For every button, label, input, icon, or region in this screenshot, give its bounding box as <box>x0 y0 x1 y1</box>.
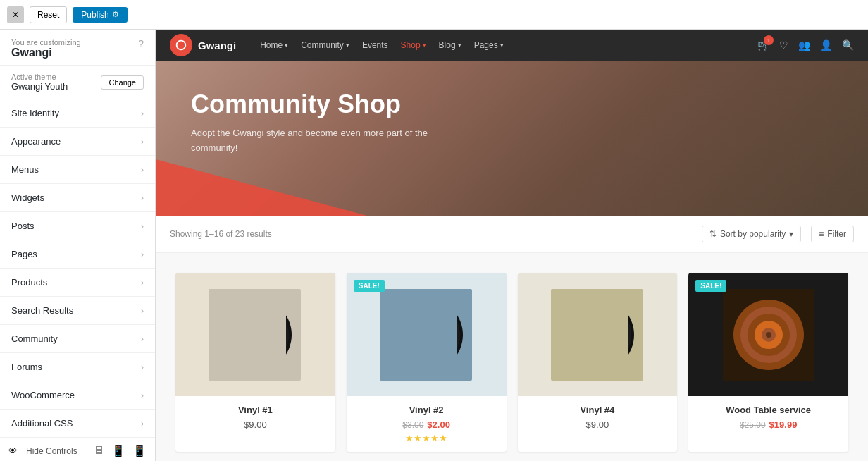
nav-link-home[interactable]: Home▾ <box>260 40 288 50</box>
help-icon[interactable]: ? <box>138 38 144 49</box>
chevron-right-icon: › <box>141 193 144 203</box>
cart-badge: 1 <box>764 35 774 45</box>
star-rating: ★★★★★ <box>356 433 497 443</box>
product-image <box>175 273 335 396</box>
hide-controls-button[interactable]: Hide Controls <box>26 446 78 456</box>
product-new-price: $2.00 <box>427 419 450 430</box>
filter-icon: ≡ <box>819 229 824 239</box>
nav-links: Home▾Community▾EventsShop▾Blog▾Pages▾ <box>260 40 503 50</box>
nav-item-label: Posts <box>11 221 35 231</box>
user-icon[interactable]: 👤 <box>820 39 832 51</box>
device-icons: 🖥 📱 📱 <box>93 444 147 457</box>
chevron-down-icon: ▾ <box>789 229 793 239</box>
chevron-right-icon: › <box>141 109 144 118</box>
customizer-sidebar: ? You are customizing Gwangi Active them… <box>0 30 156 461</box>
theme-info: Active theme Gwangi Youth <box>11 73 68 92</box>
nav-item-label: Additional CSS <box>11 418 73 429</box>
nav-link-events[interactable]: Events <box>362 40 388 50</box>
nav-item-label: Menus <box>11 164 39 175</box>
admin-bar: ✕ Reset Publish ⚙ <box>0 0 868 30</box>
filter-label: Filter <box>827 229 846 239</box>
product-image: SALE! <box>688 273 848 396</box>
publish-button[interactable]: Publish ⚙ <box>73 7 127 23</box>
product-info: Wood Table service $25.00$19.99 <box>688 396 848 438</box>
product-grid: Vinyl #1 $9.00 SALE! Vinyl #2 $3.00$2.00… <box>156 253 868 461</box>
sidebar-item-widgets[interactable]: Widgets› <box>0 184 155 212</box>
site-nav: Gwangi Home▾Community▾EventsShop▾Blog▾Pa… <box>156 30 868 61</box>
mobile-icon[interactable]: 📱 <box>132 444 147 457</box>
svg-point-30 <box>766 332 771 338</box>
nav-link-pages[interactable]: Pages▾ <box>474 40 504 50</box>
nav-item-label: Pages <box>11 249 37 259</box>
product-old-price: $25.00 <box>740 420 766 430</box>
nav-item-label: Community <box>11 333 58 344</box>
hero-section: Community Shop Adopt the Gwangi style an… <box>156 61 868 216</box>
nav-items: Site Identity›Appearance›Menus›Widgets›P… <box>0 99 155 438</box>
toolbar-right: ⇅ Sort by popularity ▾ ≡ Filter <box>702 226 854 242</box>
sidebar-item-woocommerce[interactable]: WooCommerce› <box>0 381 155 410</box>
product-name: Wood Table service <box>698 405 838 415</box>
wishlist-icon[interactable]: ♡ <box>779 39 788 51</box>
sort-arrows-icon: ⇅ <box>709 229 717 239</box>
nav-link-community[interactable]: Community▾ <box>301 40 349 50</box>
tablet-icon[interactable]: 📱 <box>111 444 125 457</box>
product-new-price: $19.99 <box>769 419 798 430</box>
product-card[interactable]: SALE! Wood Table service $25.00$19.99 <box>688 273 848 452</box>
sidebar-item-search-results[interactable]: Search Results› <box>0 297 155 325</box>
reset-button[interactable]: Reset <box>30 6 67 23</box>
product-info: Vinyl #4 $9.00 <box>518 396 678 438</box>
eye-icon: 👁 <box>8 445 18 456</box>
cart-icon[interactable]: 🛒 1 <box>757 39 769 51</box>
main-layout: ? You are customizing Gwangi Active them… <box>0 30 868 461</box>
chevron-down-icon: ▾ <box>500 42 504 49</box>
sidebar-item-site-identity[interactable]: Site Identity› <box>0 99 155 128</box>
active-theme-label: Active theme <box>11 73 68 81</box>
sale-badge: SALE! <box>695 280 726 292</box>
chevron-right-icon: › <box>141 250 144 259</box>
search-icon[interactable]: 🔍 <box>842 39 854 51</box>
product-card[interactable]: Vinyl #4 $9.00 <box>518 273 678 452</box>
product-price-container: $9.00 <box>185 419 326 430</box>
chevron-right-icon: › <box>141 362 144 372</box>
product-price-container: $3.00$2.00 <box>356 419 497 430</box>
sidebar-item-community[interactable]: Community› <box>0 325 155 353</box>
sidebar-item-additional-css[interactable]: Additional CSS› <box>0 410 155 438</box>
hero-subtitle: Adopt the Gwangi style and become even m… <box>191 126 473 156</box>
sidebar-item-appearance[interactable]: Appearance› <box>0 128 155 156</box>
nav-item-label: Products <box>11 277 47 288</box>
nav-right: 🛒 1 ♡ 👥 👤 🔍 <box>757 39 854 51</box>
product-name: Vinyl #2 <box>356 405 497 415</box>
product-price: $9.00 <box>244 419 267 430</box>
product-card[interactable]: SALE! Vinyl #2 $3.00$2.00 ★★★★★ <box>347 273 507 452</box>
chevron-right-icon: › <box>141 137 144 147</box>
sidebar-item-menus[interactable]: Menus› <box>0 156 155 184</box>
nav-item-label: Forums <box>11 362 42 372</box>
desktop-icon[interactable]: 🖥 <box>93 444 104 457</box>
sort-select[interactable]: ⇅ Sort by popularity ▾ <box>702 226 801 242</box>
chevron-right-icon: › <box>141 334 144 344</box>
chevron-right-icon: › <box>141 419 144 429</box>
nav-item-label: Site Identity <box>11 108 59 118</box>
change-theme-button[interactable]: Change <box>101 75 144 90</box>
filter-button[interactable]: ≡ Filter <box>811 226 854 242</box>
chevron-down-icon: ▾ <box>458 42 461 49</box>
sidebar-item-pages[interactable]: Pages› <box>0 240 155 269</box>
product-card[interactable]: Vinyl #1 $9.00 <box>175 273 335 452</box>
nav-item-label: WooCommerce <box>11 390 75 400</box>
nav-link-shop[interactable]: Shop▾ <box>401 40 426 50</box>
nav-link-blog[interactable]: Blog▾ <box>439 40 461 50</box>
close-button[interactable]: ✕ <box>7 6 24 23</box>
chevron-right-icon: › <box>141 221 144 231</box>
sidebar-item-products[interactable]: Products› <box>0 269 155 297</box>
logo-svg <box>175 39 187 51</box>
sidebar-item-posts[interactable]: Posts› <box>0 212 155 240</box>
members-icon[interactable]: 👥 <box>798 39 810 51</box>
product-name: Vinyl #4 <box>528 405 668 415</box>
chevron-right-icon: › <box>141 278 144 288</box>
site-logo[interactable]: Gwangi <box>170 34 236 56</box>
logo-icon <box>170 34 192 56</box>
product-image: SALE! <box>347 273 507 396</box>
sidebar-item-forums[interactable]: Forums› <box>0 353 155 381</box>
product-price-container: $9.00 <box>528 419 668 430</box>
chevron-down-icon: ▾ <box>423 42 426 49</box>
